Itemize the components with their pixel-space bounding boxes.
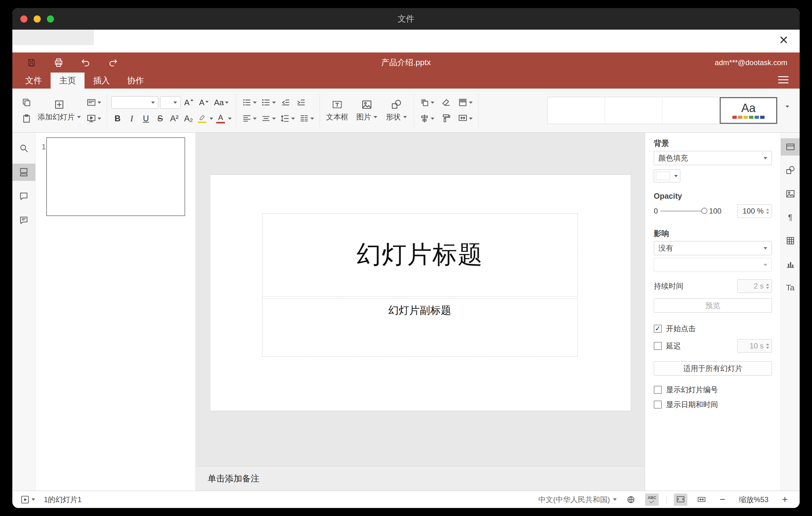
fit-to-slide-button[interactable] (674, 493, 687, 506)
columns-button[interactable] (298, 112, 315, 125)
opacity-slider-knob[interactable] (701, 208, 707, 214)
fit-to-width-button[interactable] (695, 493, 708, 506)
clear-style-button[interactable] (439, 96, 453, 109)
slide[interactable]: 幻灯片标题 幻灯片副标题 (210, 174, 631, 411)
theme-gallery-expand-button[interactable] (782, 105, 792, 116)
start-slideshow-button[interactable] (85, 112, 103, 125)
slide-title-placeholder[interactable]: 幻灯片标题 (262, 213, 578, 296)
close-preview-button[interactable]: ✕ (779, 33, 788, 48)
increase-indent-button[interactable] (294, 96, 308, 109)
superscript-button[interactable]: A² (168, 112, 180, 125)
decrease-indent-button[interactable] (279, 96, 292, 109)
vertical-align-button[interactable] (260, 112, 277, 125)
decrease-font-button[interactable]: A (197, 96, 210, 109)
spinner-arrows-icon[interactable] (766, 284, 769, 289)
font-size-select[interactable] (160, 96, 180, 109)
strikethrough-button[interactable]: S (154, 112, 166, 125)
copy-button[interactable] (20, 96, 33, 109)
search-button[interactable] (12, 140, 35, 157)
slide-size-button[interactable] (457, 112, 474, 125)
bold-button[interactable]: B (111, 112, 124, 125)
numbered-list-button[interactable] (260, 96, 277, 109)
underline-button[interactable]: U (140, 112, 152, 125)
fit-to-width-icon (697, 495, 706, 504)
add-slide-icon (54, 99, 65, 110)
slide-layout-button[interactable] (85, 96, 103, 109)
tab-home[interactable]: 主页 (51, 73, 85, 89)
slide-settings-button[interactable] (781, 138, 800, 155)
start-slideshow-statusbar-button[interactable] (20, 495, 35, 504)
change-case-button[interactable]: Aa (212, 96, 230, 109)
tab-file[interactable]: 文件 (17, 73, 51, 89)
duration-input[interactable]: 2 s (737, 279, 772, 293)
subscript-button[interactable]: A₂ (182, 112, 195, 125)
align-shapes-button[interactable] (418, 112, 436, 125)
spinner-arrows-icon[interactable] (766, 209, 769, 214)
theme-thumbnail-2[interactable] (605, 97, 662, 124)
insert-image-button[interactable]: 图片 (352, 95, 382, 126)
zoom-in-button[interactable]: + (778, 493, 792, 506)
increase-font-button[interactable]: A (182, 96, 195, 109)
insert-textbox-button[interactable]: 文本框 (322, 95, 352, 126)
font-color-button[interactable]: A (215, 113, 226, 124)
menu-button[interactable] (778, 76, 788, 83)
document-language-button[interactable] (624, 493, 638, 506)
language-selector[interactable]: 中文(中华人民共和国) (538, 495, 617, 505)
show-slide-number-checkbox[interactable] (654, 386, 662, 394)
slides-panel-button[interactable] (12, 164, 35, 181)
minimize-window-button[interactable] (34, 16, 41, 23)
horizontal-align-button[interactable] (241, 112, 258, 125)
theme-thumbnail-1[interactable] (548, 97, 605, 124)
background-color-picker[interactable] (654, 169, 680, 182)
shape-settings-button[interactable] (781, 162, 800, 179)
theme-palette (732, 116, 764, 119)
table-settings-button[interactable] (781, 232, 800, 249)
zoom-out-button[interactable]: − (716, 493, 729, 506)
chevron-down-icon (763, 247, 767, 249)
spell-check-button[interactable]: ABC (645, 493, 659, 506)
tab-collaborate[interactable]: 协作 (118, 73, 152, 89)
insert-shape-button[interactable]: 形状 (382, 95, 411, 126)
chevron-down-icon (272, 118, 276, 120)
comments-button[interactable] (12, 188, 35, 205)
spinner-arrows-icon[interactable] (766, 343, 769, 349)
line-spacing-button[interactable] (279, 112, 296, 125)
delay-checkbox[interactable] (654, 342, 662, 350)
slide-canvas[interactable]: 幻灯片标题 幻灯片副标题 (196, 133, 645, 466)
apply-to-all-slides-button[interactable]: 适用于所有幻灯片 (654, 362, 772, 376)
show-date-time-checkbox[interactable] (654, 401, 662, 409)
highlight-color-button[interactable] (197, 114, 208, 124)
effect-select[interactable]: 没有 (654, 241, 772, 255)
start-on-click-checkbox[interactable]: ✓ (654, 325, 662, 333)
chevron-down-icon (431, 102, 434, 104)
notes-area[interactable]: 单击添加备注 (196, 466, 645, 491)
preview-button[interactable]: 预览 (654, 298, 772, 313)
copy-style-button[interactable] (439, 112, 453, 125)
background-fill-select[interactable]: 颜色填充 (654, 151, 772, 165)
close-window-button[interactable] (20, 16, 27, 23)
slide-subtitle-placeholder[interactable]: 幻灯片副标题 (262, 298, 578, 357)
font-name-select[interactable] (111, 96, 158, 109)
arrange-shapes-button[interactable] (418, 96, 436, 109)
text-art-settings-button[interactable]: Ta (781, 279, 800, 296)
play-icon (20, 495, 30, 504)
slide-thumbnail[interactable] (46, 137, 185, 216)
theme-thumbnail-selected[interactable]: Aa (720, 97, 777, 124)
effect-variant-select[interactable] (654, 258, 772, 272)
shape-fill-button[interactable] (457, 96, 474, 109)
delay-input[interactable]: 10 s (737, 339, 772, 353)
theme-thumbnail-3[interactable] (662, 97, 720, 124)
tab-insert[interactable]: 插入 (85, 73, 118, 89)
bullet-list-button[interactable] (241, 96, 258, 109)
chat-button[interactable] (12, 212, 35, 229)
italic-button[interactable]: I (125, 112, 138, 125)
opacity-slider[interactable] (660, 208, 706, 214)
chart-settings-button[interactable] (781, 256, 800, 273)
zoom-level[interactable]: 缩放%53 (737, 495, 771, 505)
paragraph-settings-button[interactable]: ¶ (781, 209, 800, 226)
opacity-input[interactable]: 100 % (737, 204, 772, 218)
image-settings-button[interactable] (781, 185, 800, 202)
add-slide-button[interactable]: 添加幻灯片 (35, 95, 83, 126)
paste-button[interactable] (20, 112, 33, 125)
zoom-window-button[interactable] (47, 16, 54, 23)
